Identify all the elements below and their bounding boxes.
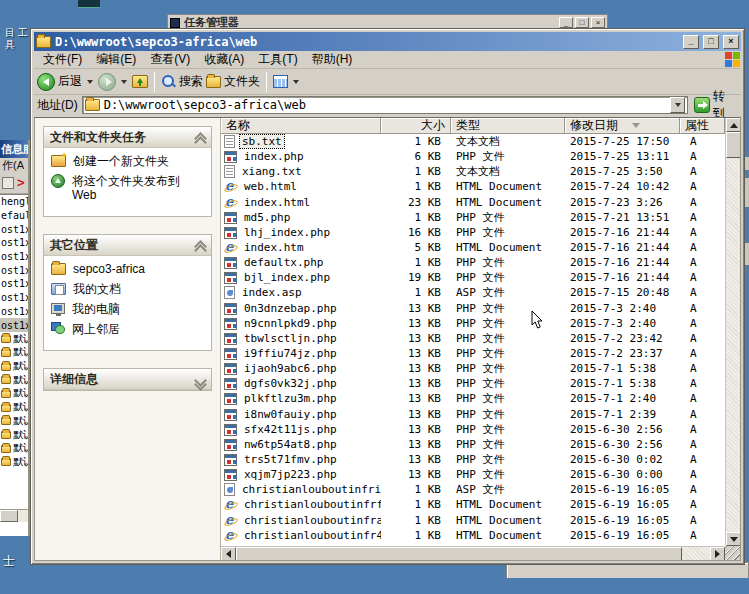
file-row[interactable]: christianlouboutinfrfor...1 KBHTML Docum… [221, 497, 725, 512]
column-header-name[interactable]: 名称 [221, 118, 381, 134]
tree-item[interactable]: 默认 [0, 428, 28, 442]
tree-item[interactable]: ost1x_ [0, 318, 28, 332]
sidebar-item[interactable]: 创建一个新文件夹 [51, 154, 206, 168]
maximize-button[interactable]: □ [703, 35, 719, 49]
file-row[interactable]: trs5t71fmv.php13 KBPHP 文件2015-6-30 0:02A [221, 452, 725, 467]
column-header-type[interactable]: 类型 [451, 118, 565, 134]
scroll-down-button[interactable] [726, 532, 740, 546]
tree-item[interactable]: ost1x_ [0, 250, 28, 264]
file-row[interactable]: web.html1 KBHTML Document2015-7-24 10:42… [221, 179, 725, 194]
column-header-attr[interactable]: 属性 [680, 118, 725, 134]
tree-item[interactable]: 默认 [0, 387, 28, 401]
up-folder-icon[interactable] [132, 75, 148, 88]
background-hscrollbar[interactable] [0, 509, 28, 522]
file-row[interactable]: index.php6 KBPHP 文件2015-7-25 13:11A [221, 149, 725, 164]
tree-item[interactable]: ost1x_ [0, 222, 28, 236]
tree-item[interactable]: 默认 [0, 400, 28, 414]
address-input[interactable]: D:\wwwroot\sepco3-africa\web [82, 96, 688, 114]
tree-item[interactable]: 默认 [0, 441, 28, 455]
file-row[interactable]: index.htm5 KBHTML Document2015-7-16 21:4… [221, 240, 725, 255]
views-dropdown-icon[interactable] [293, 80, 299, 84]
menu-item-2[interactable]: 查看(V) [143, 51, 197, 68]
file-row[interactable]: defaultx.php1 KBPHP 文件2015-7-16 21:44A [221, 255, 725, 270]
menu-item-1[interactable]: 编辑(E) [89, 51, 143, 68]
file-row[interactable]: i9ffiu74jz.php13 KBPHP 文件2015-7-2 23:37A [221, 346, 725, 361]
close-button[interactable]: × [723, 35, 739, 49]
scrollbar-thumb[interactable] [0, 510, 18, 522]
scroll-right-button[interactable] [710, 547, 725, 560]
file-row[interactable]: nw6tp54at8.php13 KBPHP 文件2015-6-30 2:56A [221, 437, 725, 452]
go-button[interactable]: 转到 [692, 96, 738, 115]
tree-item[interactable]: ost1x_ [0, 263, 28, 277]
resize-grip[interactable] [725, 546, 740, 560]
horizontal-scrollbar[interactable] [221, 546, 725, 560]
file-row[interactable]: ijaoh9abc6.php13 KBPHP 文件2015-7-1 5:38A [221, 361, 725, 376]
folders-icon[interactable] [206, 76, 221, 88]
tree-item[interactable]: ost1x_ [0, 277, 28, 291]
back-button[interactable]: 后退 [58, 73, 82, 90]
minimize-button[interactable]: _ [683, 35, 699, 49]
menu-item-5[interactable]: 帮助(H) [305, 51, 360, 68]
file-row[interactable]: plkftlzu3m.php13 KBPHP 文件2015-7-1 2:40A [221, 391, 725, 406]
chevron-down-icon[interactable] [196, 375, 205, 384]
file-row[interactable]: sb.txt1 KB文本文档2015-7-25 17:50A [221, 134, 725, 149]
scrollbar-thumb[interactable] [236, 547, 682, 560]
tree-item[interactable]: efaul [0, 209, 28, 223]
column-header-size[interactable]: 大小 [381, 118, 451, 134]
tree-item[interactable]: 默认 [0, 455, 28, 469]
menu-item-3[interactable]: 收藏(A) [197, 51, 251, 68]
background-window-iis[interactable]: 信息服 作(A > henglefaulost1x_ost1x_ost1x_os… [0, 140, 30, 536]
file-row[interactable]: xqjm7jp223.php13 KBPHP 文件2015-6-30 0:00A [221, 467, 725, 482]
file-row[interactable]: md5.php1 KBPHP 文件2015-7-21 13:51A [221, 210, 725, 225]
chevron-up-icon[interactable] [196, 241, 205, 250]
title-bar[interactable]: D:\wwwroot\sepco3-africa\web _ □ × [34, 32, 741, 51]
views-icon[interactable] [273, 75, 288, 88]
scrollbar-thumb[interactable] [726, 132, 740, 158]
file-row[interactable]: xiang.txt1 KB文本文档2015-7-25 3:50A [221, 164, 725, 179]
sidebar-item[interactable]: 将这个文件夹发布到 Web [51, 174, 206, 202]
scroll-left-button[interactable] [221, 547, 236, 560]
forward-dropdown-icon[interactable] [121, 80, 127, 84]
toolbar-icon[interactable] [2, 177, 14, 189]
start-arrow-icon[interactable]: > [17, 177, 25, 189]
tree-item[interactable]: ost1x_ [0, 291, 28, 305]
menu-item-0[interactable]: 文件(F) [36, 51, 89, 68]
file-row[interactable]: lhj_index.php16 KBPHP 文件2015-7-16 21:44A [221, 225, 725, 240]
chevron-up-icon[interactable] [196, 133, 205, 142]
folders-button[interactable]: 文件夹 [224, 73, 260, 90]
sidebar-item[interactable]: sepco3-africa [51, 262, 206, 276]
tree-item[interactable]: 默认 [0, 359, 28, 373]
tree-item[interactable]: 默认 [0, 373, 28, 387]
file-row[interactable]: dgfs0vk32j.php13 KBPHP 文件2015-7-1 5:38A [221, 376, 725, 391]
minimize-button[interactable]: _ [559, 17, 573, 28]
tree-item[interactable]: ost1x_ [0, 236, 28, 250]
file-row[interactable]: index.html23 KBHTML Document2015-7-23 3:… [221, 195, 725, 210]
file-row[interactable]: sfx42t11js.php13 KBPHP 文件2015-6-30 2:56A [221, 422, 725, 437]
back-icon[interactable] [37, 73, 55, 91]
file-row[interactable]: christianlouboutinfra.html1 KBHTML Docum… [221, 513, 725, 528]
file-row[interactable]: 0n3dnzebap.php13 KBPHP 文件2015-7-3 2:40A [221, 301, 725, 316]
vertical-scrollbar[interactable] [725, 118, 740, 546]
file-row[interactable]: index.asp1 KBASP 文件2015-7-15 20:48A [221, 285, 725, 300]
file-row[interactable]: tbwlsctljn.php13 KBPHP 文件2015-7-2 23:42A [221, 331, 725, 346]
panel-header[interactable]: 文件和文件夹任务 [44, 127, 211, 148]
panel-header[interactable]: 其它位置 [44, 235, 211, 256]
file-row[interactable]: christianlouboutinfrind...1 KBASP 文件2015… [221, 482, 725, 497]
sidebar-item[interactable]: 我的文档 [51, 282, 206, 296]
sidebar-item[interactable]: 网上邻居 [51, 322, 206, 336]
tree-item[interactable]: 默认 [0, 332, 28, 346]
tree-item[interactable]: 默认 [0, 346, 28, 360]
back-dropdown-icon[interactable] [87, 80, 93, 84]
scroll-up-button[interactable] [726, 118, 740, 132]
column-header-date[interactable]: 修改日期 [565, 118, 680, 134]
file-row[interactable]: bjl_index.php19 KBPHP 文件2015-7-16 21:44A [221, 270, 725, 285]
forward-icon[interactable] [98, 73, 116, 91]
maximize-button[interactable]: □ [575, 17, 589, 28]
close-button[interactable]: × [591, 17, 605, 28]
file-row[interactable]: i8nw0fauiy.php13 KBPHP 文件2015-7-1 2:39A [221, 407, 725, 422]
menu-item-4[interactable]: 工具(T) [251, 51, 304, 68]
panel-header[interactable]: 详细信息 [44, 369, 211, 390]
address-dropdown-button[interactable] [670, 97, 685, 113]
tree-item[interactable]: ost1x_ [0, 305, 28, 319]
tree-item[interactable]: hengl [0, 195, 28, 209]
